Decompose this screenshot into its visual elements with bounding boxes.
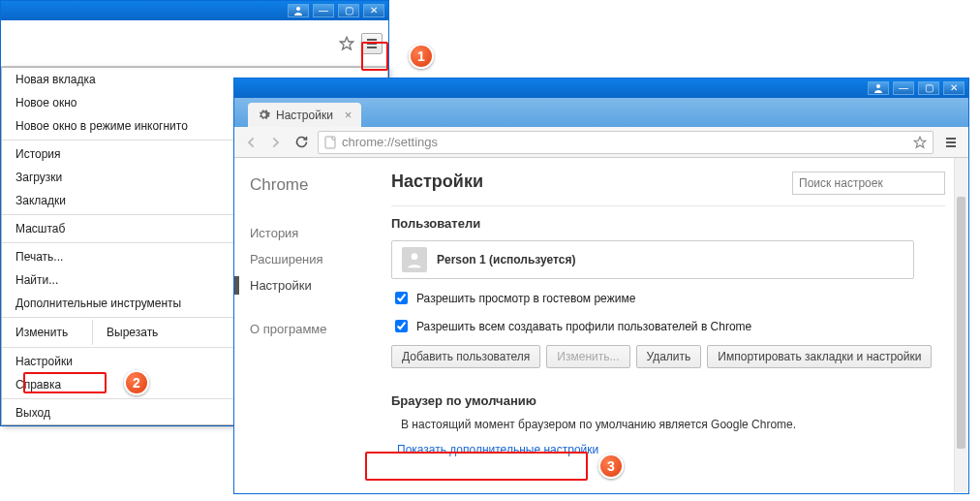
bookmark-star-icon[interactable] bbox=[336, 33, 357, 54]
settings-main: Настройки Пользователи Person 1 (использ… bbox=[372, 158, 968, 493]
page-title: Настройки bbox=[391, 172, 483, 192]
chk-guest-label: Разрешить просмотр в гостевом режиме bbox=[416, 292, 635, 305]
users-section-title: Пользователи bbox=[391, 216, 945, 231]
chk-guest-row[interactable]: Разрешить просмотр в гостевом режиме bbox=[391, 289, 945, 307]
url-field[interactable]: chrome://settings bbox=[318, 131, 934, 154]
tab-label: Настройки bbox=[276, 109, 333, 122]
hamburger-menu-icon[interactable] bbox=[361, 33, 383, 54]
sidebar-item-settings[interactable]: Настройки bbox=[250, 272, 372, 298]
close-button[interactable]: ✕ bbox=[943, 81, 965, 95]
settings-search-input[interactable] bbox=[792, 172, 945, 195]
callout-3: 3 bbox=[598, 454, 624, 479]
sidebar-item-extensions[interactable]: Расширения bbox=[250, 246, 372, 272]
btn-add-user[interactable]: Добавить пользователя bbox=[391, 345, 540, 368]
back-icon[interactable] bbox=[242, 134, 260, 151]
reload-icon[interactable] bbox=[292, 134, 310, 151]
menu-edit-label[interactable]: Изменить bbox=[2, 320, 93, 345]
svg-rect-6 bbox=[325, 137, 335, 148]
scroll-thumb[interactable] bbox=[957, 197, 965, 449]
url-text: chrome://settings bbox=[342, 135, 438, 149]
person-box[interactable]: Person 1 (используется) bbox=[391, 240, 914, 279]
user-icon[interactable] bbox=[288, 4, 309, 17]
minimize-button[interactable]: — bbox=[893, 81, 914, 95]
sidebar-item-about[interactable]: О программе bbox=[250, 316, 372, 342]
sidebar-item-history[interactable]: История bbox=[250, 220, 372, 246]
settings-content: Chrome История Расширения Настройки О пр… bbox=[234, 158, 968, 493]
tab-close-icon[interactable]: × bbox=[345, 108, 352, 122]
btn-delete-user[interactable]: Удалить bbox=[636, 345, 702, 368]
users-button-row: Добавить пользователя Изменить... Удалит… bbox=[391, 345, 945, 368]
win1-title-bar: — ▢ ✕ bbox=[1, 1, 388, 20]
show-advanced-link[interactable]: Показать дополнительные настройки bbox=[391, 441, 604, 458]
menu-edit-cut[interactable]: Вырезать bbox=[93, 320, 171, 345]
address-bar: chrome://settings bbox=[234, 127, 968, 158]
vertical-scrollbar[interactable] bbox=[954, 158, 967, 492]
default-browser-title: Браузер по умолчанию bbox=[391, 393, 945, 408]
hamburger-menu-icon[interactable] bbox=[941, 133, 961, 152]
settings-sidebar: Chrome История Расширения Настройки О пр… bbox=[234, 158, 372, 493]
win2-title-bar: — ▢ ✕ bbox=[234, 78, 968, 98]
user-icon[interactable] bbox=[868, 81, 889, 95]
svg-marker-7 bbox=[914, 137, 926, 147]
minimize-button[interactable]: — bbox=[313, 4, 334, 17]
win1-toolbar bbox=[1, 20, 388, 67]
chk-profiles[interactable] bbox=[395, 320, 408, 332]
chk-profiles-row[interactable]: Разрешить всем создавать профили пользов… bbox=[391, 317, 945, 335]
page-icon bbox=[324, 136, 336, 149]
tab-settings[interactable]: Настройки × bbox=[248, 103, 361, 127]
svg-point-11 bbox=[412, 253, 418, 260]
person-label: Person 1 (используется) bbox=[437, 253, 575, 266]
svg-rect-0 bbox=[296, 7, 300, 11]
close-button[interactable]: ✕ bbox=[363, 4, 384, 17]
callout-1: 1 bbox=[409, 44, 434, 69]
callout-2: 2 bbox=[124, 370, 149, 395]
maximize-button[interactable]: ▢ bbox=[338, 4, 359, 17]
maximize-button[interactable]: ▢ bbox=[918, 81, 939, 95]
chk-guest[interactable] bbox=[395, 292, 408, 304]
gear-icon bbox=[258, 109, 270, 121]
settings-window: — ▢ ✕ Настройки × chrome://settings Chro… bbox=[233, 78, 969, 494]
btn-import[interactable]: Импортировать закладки и настройки bbox=[707, 345, 932, 368]
bookmark-star-icon[interactable] bbox=[913, 136, 927, 149]
avatar-icon bbox=[402, 247, 427, 272]
svg-rect-5 bbox=[876, 84, 880, 88]
tab-strip: Настройки × bbox=[234, 98, 968, 127]
chk-profiles-label: Разрешить всем создавать профили пользов… bbox=[416, 320, 751, 333]
sidebar-title: Chrome bbox=[250, 175, 372, 195]
svg-marker-1 bbox=[340, 37, 352, 49]
forward-icon[interactable] bbox=[267, 134, 285, 151]
default-browser-text: В настоящий момент браузером по умолчани… bbox=[401, 418, 945, 431]
btn-edit-user: Изменить... bbox=[546, 345, 629, 368]
